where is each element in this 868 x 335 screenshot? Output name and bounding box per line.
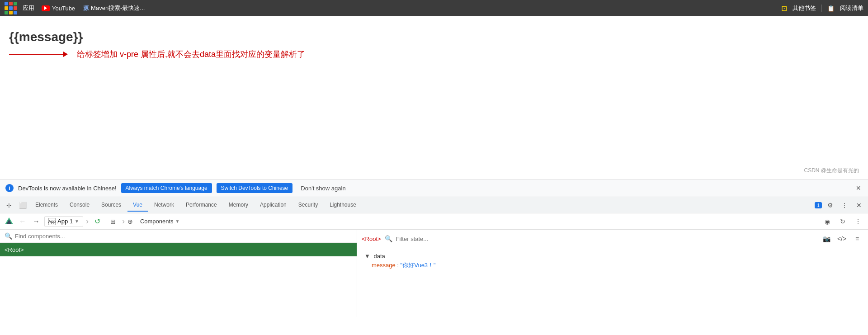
main-content: {{message}} 给标签增加 v-pre 属性后,就不会去data里面找对… xyxy=(0,16,868,179)
app-selector-label: App 1 xyxy=(57,218,73,225)
data-section: ▼ data message : "你好Vue3！" xyxy=(364,253,861,269)
prop-key-label: message xyxy=(372,262,396,269)
back-button[interactable]: ← xyxy=(17,216,28,227)
vue-logo xyxy=(4,216,14,227)
left-panel: 🔍 <Root> xyxy=(0,230,357,317)
annotation-row: 给标签增加 v-pre 属性后,就不会去data里面找对应的变量解析了 xyxy=(9,49,859,60)
notification-badge: 1 xyxy=(815,202,822,208)
tab-vue[interactable]: Vue xyxy=(127,199,148,212)
devtools-tabs: ⊹ ⬜ Elements Console Sources Vue Network… xyxy=(0,197,868,213)
devtools-settings-button[interactable]: ⚙ xyxy=(824,199,836,212)
switch-to-chinese-button[interactable]: Switch DevTools to Chinese xyxy=(217,183,293,193)
vue-more-button[interactable]: ⋮ xyxy=(852,215,864,228)
root-component-item[interactable]: <Root> xyxy=(0,243,357,256)
tab-sources[interactable]: Sources xyxy=(96,199,127,212)
right-more-button[interactable]: ≡ xyxy=(851,232,863,245)
reader-icon: 📋 xyxy=(827,5,835,12)
vue-reload-button[interactable]: ↻ xyxy=(836,215,849,228)
match-language-button[interactable]: Always match Chrome's language xyxy=(121,183,212,193)
maven-label: Maven搜索-最快速... xyxy=(91,4,145,12)
devtools-close-button[interactable]: ✕ xyxy=(853,199,865,212)
notification-bar: i DevTools is now available in Chinese! … xyxy=(0,179,868,197)
grid-view-button[interactable]: ⊞ xyxy=(107,215,119,228)
component-list: <Root> xyxy=(0,243,357,317)
source-icon: 源 xyxy=(83,5,89,12)
code-view-button[interactable]: </> xyxy=(835,232,848,245)
panel-area: 🔍 <Root> <Root> 🔍 📷 </> ≡ ▼ data xyxy=(0,230,868,317)
components-chevron-icon: ▼ xyxy=(175,219,180,224)
maven-tab[interactable]: 源 Maven搜索-最快速... xyxy=(83,4,145,12)
bookmarks-area: ⊡ 其他书签 📋 阅读清单 xyxy=(781,4,863,13)
prop-colon: : xyxy=(397,262,400,269)
search-bar: 🔍 xyxy=(0,230,357,243)
prop-value-label: "你好Vue3！" xyxy=(401,262,436,269)
data-key-label: data xyxy=(374,253,385,260)
components-dropdown-button[interactable]: Components ▼ xyxy=(136,217,184,226)
tab-console[interactable]: Console xyxy=(64,199,95,212)
arrowhead xyxy=(63,52,68,57)
tab-memory[interactable]: Memory xyxy=(223,199,254,212)
arrow-line xyxy=(9,52,68,57)
right-header: <Root> 🔍 📷 </> ≡ xyxy=(357,230,868,248)
bookmarks-label: 其他书签 xyxy=(793,4,816,12)
root-tag-label: <Root> xyxy=(362,236,381,242)
apps-icon xyxy=(5,2,17,14)
info-icon: i xyxy=(5,184,14,192)
tab-application[interactable]: Application xyxy=(255,199,292,212)
arrow-line-body xyxy=(9,54,63,55)
data-label: ▼ data xyxy=(364,253,861,260)
youtube-icon xyxy=(42,5,50,11)
forward-button[interactable]: → xyxy=(31,216,42,227)
annotation-text: 给标签增加 v-pre 属性后,就不会去data里面找对应的变量解析了 xyxy=(77,49,305,60)
screenshot-button[interactable]: 📷 xyxy=(820,232,833,245)
devtools-right-icons: 1 ⚙ ⋮ ✕ xyxy=(815,199,865,212)
triangle-icon: ▼ xyxy=(364,253,370,260)
tab-elements[interactable]: Elements xyxy=(30,199,63,212)
close-notification-button[interactable]: × xyxy=(854,184,863,193)
dont-show-button[interactable]: Don't show again xyxy=(297,183,349,193)
vue-right-icons: ◉ ↻ ⋮ xyxy=(821,215,864,228)
refresh-icon-button[interactable]: ↺ xyxy=(91,215,104,228)
watermark: CSDN @生命是有光的 xyxy=(804,167,859,175)
tab-network[interactable]: Network xyxy=(149,199,179,212)
component-nav-icon: ⊕ xyxy=(127,218,133,225)
right-panel: <Root> 🔍 📷 </> ≡ ▼ data message : "你好Vue… xyxy=(357,230,868,317)
devtools-more-button[interactable]: ⋮ xyxy=(838,199,851,212)
root-component-label: <Root> xyxy=(5,246,24,253)
tab-performance[interactable]: Performance xyxy=(180,199,222,212)
right-header-icons: 📷 </> ≡ xyxy=(820,232,863,245)
right-content: ▼ data message : "你好Vue3！" xyxy=(357,248,868,278)
app-selector[interactable]: App App 1 ▼ xyxy=(44,216,83,227)
vue-eye-button[interactable]: ◉ xyxy=(821,215,834,228)
inspect-element-button[interactable]: ⊹ xyxy=(3,199,15,212)
apps-label: 应用 xyxy=(23,4,34,12)
notification-text: DevTools is now available in Chinese! xyxy=(18,185,117,192)
components-label: Components xyxy=(140,218,174,225)
prop-row: message : "你好Vue3！" xyxy=(364,261,861,269)
bookmark-icon: ⊡ xyxy=(781,4,787,13)
separator-1: › xyxy=(86,217,89,226)
youtube-tab[interactable]: YouTube xyxy=(42,5,75,12)
browser-bar: 应用 YouTube 源 Maven搜索-最快速... ⊡ 其他书签 📋 阅读清… xyxy=(0,0,868,16)
tab-lighthouse[interactable]: Lighthouse xyxy=(324,199,362,212)
device-toolbar-button[interactable]: ⬜ xyxy=(16,199,29,212)
youtube-label: YouTube xyxy=(52,5,75,12)
separator-2: › xyxy=(122,217,125,226)
filter-state-input[interactable] xyxy=(396,236,816,242)
message-display: {{message}} xyxy=(9,30,859,44)
app-chevron-icon: ▼ xyxy=(75,219,79,224)
app-icon: App xyxy=(48,218,56,225)
search-icon: 🔍 xyxy=(5,232,12,240)
filter-icon: 🔍 xyxy=(385,235,392,242)
reader-label: 阅读清单 xyxy=(840,4,863,12)
tab-security[interactable]: Security xyxy=(293,199,323,212)
vue-toolbar: ← → App App 1 ▼ › ↺ ⊞ › ⊕ Components ▼ ◉… xyxy=(0,213,868,230)
find-components-input[interactable] xyxy=(15,233,352,240)
